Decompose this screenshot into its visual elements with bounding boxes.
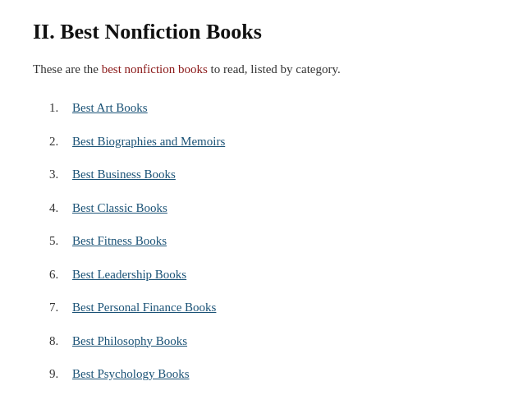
book-list: 1.Best Art Books2.Best Biographies and M… — [33, 99, 499, 384]
list-item: 1.Best Art Books — [49, 99, 499, 117]
book-link-7[interactable]: Best Personal Finance Books — [72, 298, 216, 317]
item-number: 5. — [49, 232, 72, 250]
book-link-4[interactable]: Best Classic Books — [72, 199, 167, 218]
book-link-3[interactable]: Best Business Books — [72, 165, 176, 184]
intro-paragraph: These are the best nonfiction books to r… — [33, 59, 499, 79]
list-item: 6.Best Leadership Books — [49, 265, 499, 284]
book-link-1[interactable]: Best Art Books — [72, 99, 148, 117]
list-item: 9.Best Psychology Books — [49, 365, 499, 384]
item-number: 1. — [49, 99, 72, 117]
list-item: 2.Best Biographies and Memoirs — [49, 132, 499, 151]
list-item: 5.Best Fitness Books — [49, 232, 499, 250]
book-link-6[interactable]: Best Leadership Books — [72, 265, 186, 284]
item-number: 2. — [49, 132, 72, 151]
item-number: 4. — [49, 199, 72, 218]
intro-highlight: best nonfiction books — [102, 62, 208, 76]
book-link-9[interactable]: Best Psychology Books — [72, 365, 190, 384]
item-number: 3. — [49, 165, 72, 184]
book-link-8[interactable]: Best Philosophy Books — [72, 332, 187, 351]
intro-after: to read, listed by category. — [208, 62, 341, 76]
list-item: 3.Best Business Books — [49, 165, 499, 184]
list-item: 8.Best Philosophy Books — [49, 332, 499, 351]
item-number: 6. — [49, 265, 72, 284]
item-number: 7. — [49, 298, 72, 317]
list-item: 4.Best Classic Books — [49, 199, 499, 218]
book-link-2[interactable]: Best Biographies and Memoirs — [72, 132, 225, 151]
list-item: 7.Best Personal Finance Books — [49, 298, 499, 317]
intro-before: These are the — [33, 62, 102, 76]
item-number: 8. — [49, 332, 72, 351]
section-heading: II. Best Nonfiction Books — [33, 20, 499, 44]
book-link-5[interactable]: Best Fitness Books — [72, 232, 167, 250]
item-number: 9. — [49, 365, 72, 384]
